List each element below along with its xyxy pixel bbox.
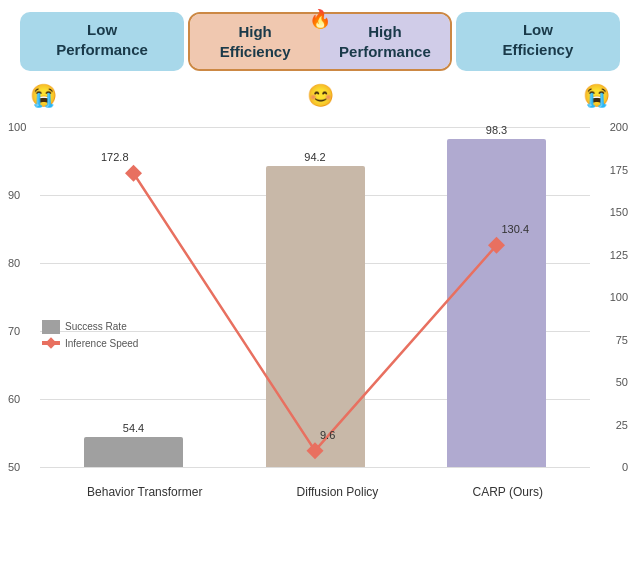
line-chart: 172.89.6130.4 — [40, 127, 590, 467]
y-left-tick: 50 — [8, 461, 20, 473]
y-right-tick: 25 — [616, 419, 628, 431]
emoji-left: 😭 — [30, 83, 57, 109]
svg-rect-0 — [125, 165, 142, 182]
legend: Success Rate Inference Speed — [42, 320, 138, 349]
y-right-tick: 0 — [622, 461, 628, 473]
y-left-tick: 80 — [8, 257, 20, 269]
carp-title: 🔥 — [309, 8, 331, 30]
emoji-row: 😭 😊 😭 — [0, 81, 640, 111]
y-left-tick: 90 — [8, 189, 20, 201]
banner-left: LowPerformance — [20, 12, 184, 71]
y-right-tick: 175 — [610, 164, 628, 176]
line-label-1: 9.6 — [320, 429, 335, 441]
banner-right: LowEfficiency — [456, 12, 620, 71]
banner-performance-title: HighPerformance — [339, 23, 431, 60]
header: 🔥 — [0, 0, 640, 12]
banner-center-performance: HighPerformance — [320, 14, 450, 69]
chart-inner: 5060708090100025507510012515017520054.49… — [40, 127, 590, 467]
x-label-carp: CARP (Ours) — [472, 485, 542, 499]
line-path — [134, 173, 497, 450]
legend-bar-icon — [42, 320, 60, 334]
legend-bar-label: Success Rate — [65, 321, 127, 332]
y-right-tick: 75 — [616, 334, 628, 346]
grid-line — [40, 467, 590, 468]
line-point-0 — [125, 165, 142, 182]
banner-center-efficiency: HighEfficiency — [190, 14, 320, 69]
y-left-tick: 70 — [8, 325, 20, 337]
emoji-right: 😭 — [583, 83, 610, 109]
y-right-tick: 200 — [610, 121, 628, 133]
y-right-tick: 150 — [610, 206, 628, 218]
x-labels: Behavior Transformer Diffusion Policy CA… — [40, 485, 590, 499]
line-label-0: 172.8 — [101, 151, 129, 163]
banner-right-title: LowEfficiency — [502, 21, 573, 58]
legend-line-item: Inference Speed — [42, 338, 138, 349]
x-label-bt: Behavior Transformer — [87, 485, 202, 499]
legend-line-label: Inference Speed — [65, 338, 138, 349]
y-right-tick: 100 — [610, 291, 628, 303]
y-right-tick: 125 — [610, 249, 628, 261]
x-label-dp: Diffusion Policy — [297, 485, 379, 499]
y-left-tick: 100 — [8, 121, 26, 133]
banner-efficiency-title: HighEfficiency — [220, 23, 291, 60]
banner-left-title: LowPerformance — [56, 21, 148, 58]
line-label-2: 130.4 — [502, 223, 530, 235]
y-left-tick: 60 — [8, 393, 20, 405]
emoji-center: 😊 — [307, 83, 334, 109]
legend-line-icon — [42, 341, 60, 345]
chart-container: 5060708090100025507510012515017520054.49… — [0, 117, 640, 507]
y-right-tick: 50 — [616, 376, 628, 388]
legend-bar-item: Success Rate — [42, 320, 138, 334]
